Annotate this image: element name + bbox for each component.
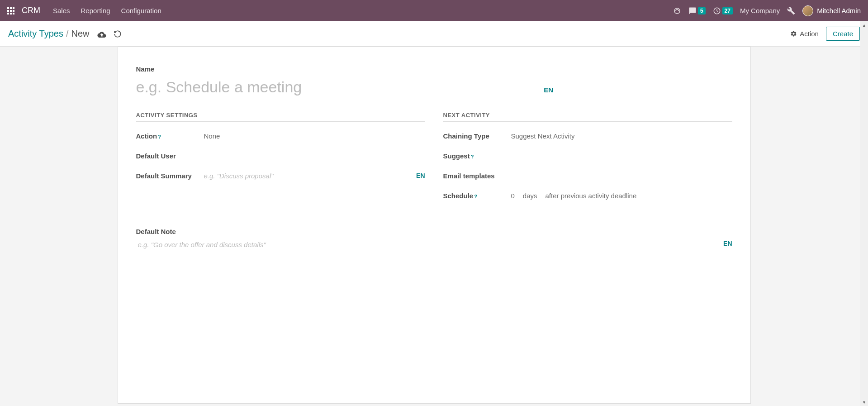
- svg-point-0: [674, 8, 680, 14]
- scrollbar[interactable]: ▲ ▼: [860, 21, 868, 404]
- name-lang-badge[interactable]: EN: [544, 86, 553, 94]
- schedule-help-icon[interactable]: ?: [474, 194, 477, 199]
- suggest-label: Suggest: [443, 152, 470, 160]
- default-user-label: Default User: [136, 152, 204, 160]
- form-sheet: Name EN ACTIVITY SETTINGS Action ? None: [118, 47, 751, 404]
- suggest-help-icon[interactable]: ?: [471, 154, 474, 159]
- summary-lang-badge[interactable]: EN: [416, 172, 425, 179]
- action-label: Action: [800, 30, 819, 38]
- activity-settings-section: ACTIVITY SETTINGS Action ? None Default …: [136, 112, 425, 210]
- action-dropdown[interactable]: Action: [790, 30, 819, 38]
- default-note-label: Default Note: [136, 228, 732, 235]
- email-templates-label: Email templates: [443, 172, 511, 180]
- breadcrumb: Activity Types / New: [8, 29, 89, 39]
- messages-badge: 5: [698, 7, 706, 14]
- save-cloud-icon[interactable]: [97, 30, 106, 38]
- support-icon[interactable]: [673, 7, 681, 15]
- app-brand[interactable]: CRM: [22, 6, 40, 15]
- breadcrumb-parent[interactable]: Activity Types: [8, 29, 63, 39]
- name-input[interactable]: [136, 76, 535, 98]
- nav-reporting[interactable]: Reporting: [81, 7, 110, 14]
- next-activity-title: NEXT ACTIVITY: [443, 112, 732, 122]
- tools-icon[interactable]: [787, 7, 795, 15]
- activity-settings-title: ACTIVITY SETTINGS: [136, 112, 425, 122]
- schedule-after[interactable]: after previous activity deadline: [545, 192, 637, 200]
- scroll-up-icon[interactable]: ▲: [860, 21, 868, 29]
- discard-icon[interactable]: [114, 30, 122, 38]
- gear-icon: [790, 30, 797, 37]
- note-lang-badge[interactable]: EN: [723, 240, 732, 247]
- breadcrumb-separator: /: [66, 29, 69, 39]
- chaining-type-value[interactable]: Suggest Next Activity: [511, 132, 732, 140]
- avatar: [802, 5, 813, 16]
- activities-badge: 27: [722, 7, 733, 14]
- user-menu[interactable]: Mitchell Admin: [802, 5, 861, 16]
- breadcrumb-current: New: [71, 29, 89, 39]
- name-label: Name: [136, 65, 732, 73]
- schedule-unit[interactable]: days: [523, 192, 537, 200]
- scroll-down-icon[interactable]: ▼: [860, 398, 868, 404]
- schedule-label: Schedule: [443, 192, 474, 200]
- company-switcher[interactable]: My Company: [740, 7, 780, 14]
- action-field-label: Action: [136, 132, 157, 140]
- apps-icon[interactable]: [7, 7, 14, 14]
- top-nav: CRM Sales Reporting Configuration 5 27 M…: [0, 0, 868, 21]
- default-note-editor[interactable]: e.g. "Go over the offer and discuss deta…: [136, 240, 719, 308]
- action-help-icon[interactable]: ?: [158, 134, 161, 139]
- chaining-type-label: Chaining Type: [443, 132, 511, 140]
- action-field-value[interactable]: None: [204, 132, 425, 140]
- next-activity-section: NEXT ACTIVITY Chaining Type Suggest Next…: [443, 112, 732, 210]
- form-divider: [136, 385, 732, 385]
- schedule-count[interactable]: 0: [511, 192, 515, 200]
- messages-icon[interactable]: 5: [688, 7, 706, 15]
- user-name: Mitchell Admin: [817, 7, 861, 14]
- control-panel: Activity Types / New Action Create: [0, 21, 868, 47]
- nav-sales[interactable]: Sales: [53, 7, 70, 14]
- nav-configuration[interactable]: Configuration: [121, 7, 161, 14]
- default-summary-label: Default Summary: [136, 172, 204, 180]
- activities-icon[interactable]: 27: [713, 7, 733, 15]
- create-button[interactable]: Create: [826, 27, 860, 41]
- default-summary-input[interactable]: [204, 171, 412, 181]
